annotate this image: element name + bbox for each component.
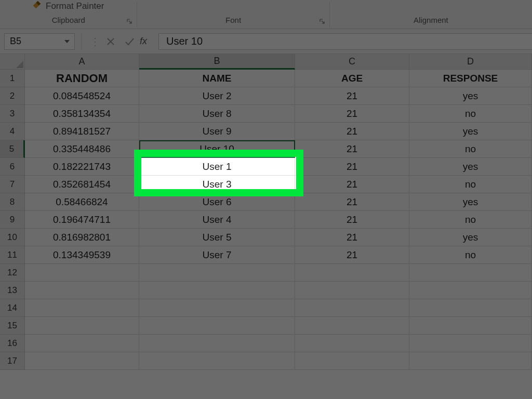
- cell[interactable]: [295, 335, 409, 352]
- cell[interactable]: 0.816982801: [25, 229, 139, 246]
- cell[interactable]: 0.134349539: [25, 246, 139, 264]
- cell[interactable]: 21: [295, 105, 409, 123]
- row-header[interactable]: 5: [0, 140, 25, 158]
- cell[interactable]: AGE: [295, 70, 409, 87]
- cell[interactable]: [409, 352, 532, 370]
- row-header[interactable]: 13: [0, 282, 25, 299]
- cell[interactable]: [139, 352, 295, 370]
- row-header[interactable]: 9: [0, 211, 25, 229]
- formula-bar[interactable]: User 10: [158, 33, 532, 50]
- row-header[interactable]: 16: [0, 335, 25, 352]
- cell[interactable]: yes: [409, 87, 532, 105]
- row-header[interactable]: 4: [0, 123, 25, 140]
- cancel-icon[interactable]: [101, 33, 120, 50]
- cell[interactable]: User 4: [139, 211, 295, 229]
- row-header[interactable]: 7: [0, 176, 25, 193]
- cell[interactable]: [295, 264, 409, 282]
- row-header[interactable]: 3: [0, 105, 25, 123]
- cell[interactable]: RESPONSE: [409, 70, 532, 87]
- cell[interactable]: 0.084548524: [25, 87, 139, 105]
- cell[interactable]: yes: [409, 158, 532, 176]
- chevron-down-icon[interactable]: [62, 36, 72, 47]
- cell[interactable]: 0.335448486: [25, 140, 139, 158]
- name-box[interactable]: B5: [4, 33, 75, 50]
- enter-icon[interactable]: [120, 33, 139, 50]
- fx-icon[interactable]: fx: [139, 36, 149, 47]
- row-header[interactable]: 11: [0, 246, 25, 264]
- row-header[interactable]: 1: [0, 70, 25, 87]
- cell[interactable]: yes: [409, 229, 532, 246]
- cell[interactable]: 0.182221743: [25, 158, 139, 176]
- cell[interactable]: [295, 317, 409, 335]
- cell[interactable]: 21: [295, 140, 409, 158]
- cell[interactable]: [409, 335, 532, 352]
- row-header[interactable]: 10: [0, 229, 25, 246]
- cell[interactable]: 0.58466824: [25, 193, 139, 211]
- cell[interactable]: 21: [295, 123, 409, 140]
- cell[interactable]: [139, 299, 295, 317]
- cell[interactable]: User 5: [139, 229, 295, 246]
- cell[interactable]: yes: [409, 123, 532, 140]
- select-all-button[interactable]: [0, 54, 25, 70]
- cell[interactable]: User 3: [139, 176, 295, 193]
- cell[interactable]: [25, 335, 139, 352]
- cell[interactable]: [409, 282, 532, 299]
- cell[interactable]: [409, 299, 532, 317]
- cell[interactable]: [409, 317, 532, 335]
- cell[interactable]: yes: [409, 193, 532, 211]
- column-header-B[interactable]: B: [139, 54, 295, 70]
- cell[interactable]: User 1: [139, 158, 295, 176]
- cell[interactable]: [25, 282, 139, 299]
- cell[interactable]: 21: [295, 193, 409, 211]
- cell[interactable]: [139, 282, 295, 299]
- cell[interactable]: User 7: [139, 246, 295, 264]
- cell[interactable]: [25, 352, 139, 370]
- cell[interactable]: [25, 264, 139, 282]
- dialog-launcher-icon[interactable]: [318, 17, 326, 25]
- column-header-A[interactable]: A: [25, 54, 139, 70]
- cell[interactable]: no: [409, 105, 532, 123]
- cell[interactable]: [139, 335, 295, 352]
- row-header[interactable]: 15: [0, 317, 25, 335]
- cell[interactable]: 0.196474711: [25, 211, 139, 229]
- cell[interactable]: [25, 317, 139, 335]
- row-header[interactable]: 8: [0, 193, 25, 211]
- cell[interactable]: no: [409, 140, 532, 158]
- cell[interactable]: 21: [295, 246, 409, 264]
- row-header[interactable]: 6: [0, 158, 25, 176]
- cell[interactable]: 0.894181527: [25, 123, 139, 140]
- worksheet[interactable]: A B C D 1RANDOMNAMEAGERESPONSE20.0845485…: [0, 54, 532, 370]
- column-header-C[interactable]: C: [295, 54, 409, 70]
- cell[interactable]: User 8: [139, 105, 295, 123]
- cell[interactable]: RANDOM: [25, 70, 139, 87]
- cell[interactable]: no: [409, 211, 532, 229]
- cell[interactable]: 21: [295, 176, 409, 193]
- cell[interactable]: 21: [295, 229, 409, 246]
- row-header[interactable]: 2: [0, 87, 25, 105]
- drag-handle-icon[interactable]: ⋮: [88, 35, 101, 48]
- cell[interactable]: User 6: [139, 193, 295, 211]
- cell[interactable]: [25, 299, 139, 317]
- dialog-launcher-icon[interactable]: [125, 17, 134, 25]
- cell[interactable]: no: [409, 246, 532, 264]
- cell[interactable]: 21: [295, 87, 409, 105]
- cell[interactable]: User 10: [139, 140, 295, 158]
- cell[interactable]: NAME: [139, 70, 295, 87]
- cell[interactable]: 21: [295, 158, 409, 176]
- cell[interactable]: [139, 317, 295, 335]
- cell[interactable]: [409, 264, 532, 282]
- format-painter-button[interactable]: Format Painter: [31, 0, 104, 13]
- cell[interactable]: [295, 352, 409, 370]
- row-header[interactable]: 14: [0, 299, 25, 317]
- column-header-D[interactable]: D: [409, 54, 532, 70]
- cell[interactable]: [295, 282, 409, 299]
- cell[interactable]: 0.352681454: [25, 176, 139, 193]
- cell[interactable]: no: [409, 176, 532, 193]
- row-header[interactable]: 17: [0, 352, 25, 370]
- cell[interactable]: [139, 264, 295, 282]
- row-header[interactable]: 12: [0, 264, 25, 282]
- cell[interactable]: 21: [295, 211, 409, 229]
- cell[interactable]: [295, 299, 409, 317]
- cell[interactable]: User 2: [139, 87, 295, 105]
- cell[interactable]: User 9: [139, 123, 295, 140]
